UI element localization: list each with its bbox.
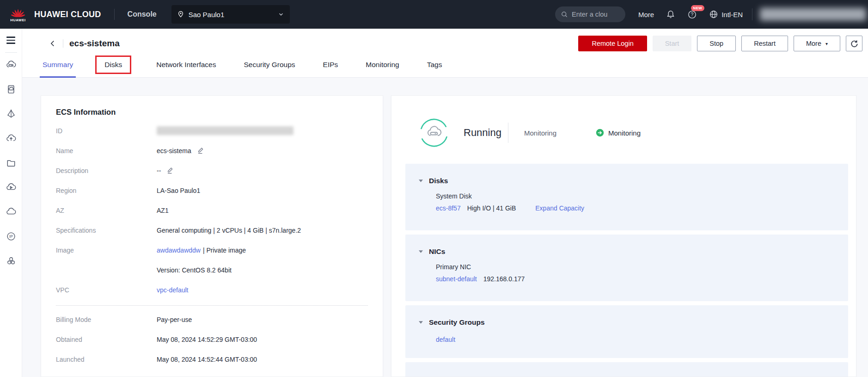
new-badge: NEW: [691, 5, 705, 11]
pencil-icon: [196, 147, 204, 155]
language-selector[interactable]: [709, 10, 718, 19]
tab-eips[interactable]: EIPs: [320, 52, 341, 77]
tab-summary[interactable]: Summary: [40, 52, 76, 77]
cloud-icon: [6, 207, 16, 217]
expand-capacity-link[interactable]: Expand Capacity: [535, 204, 584, 212]
info-row-image: Image awdawdawddw | Private image: [56, 240, 368, 260]
cloud-server-icon: [6, 60, 16, 70]
sidebar-item-cluster[interactable]: [0, 249, 22, 273]
page-title: ecs-sistema: [69, 38, 120, 49]
disks-section: Disks System Disk ecs-8f57 High I/O | 41…: [405, 164, 848, 230]
image-type: | Private image: [203, 247, 246, 254]
console-link[interactable]: Console: [128, 10, 157, 19]
info-row-obtained: Obtained May 08, 2024 14:52:29 GMT-03:00: [56, 329, 368, 349]
tab-security-groups[interactable]: Security Groups: [241, 52, 298, 77]
divider: [508, 123, 508, 143]
refresh-button[interactable]: [846, 36, 862, 51]
dotted-divider: [56, 305, 368, 306]
stop-button[interactable]: Stop: [697, 36, 736, 51]
folder-icon: [6, 158, 16, 168]
more-menu[interactable]: More: [638, 11, 654, 19]
system-disk-label: System Disk: [436, 192, 848, 200]
info-row-id: ID: [56, 121, 368, 141]
cluster-icon: [6, 256, 16, 266]
search-input[interactable]: [572, 11, 618, 18]
id-value-blurred: [157, 126, 293, 135]
bell-icon: [666, 10, 675, 19]
start-button[interactable]: Start: [653, 36, 692, 51]
eip-icon: IP: [6, 231, 16, 241]
sidebar-item-eip[interactable]: IP: [0, 224, 22, 249]
caret-down-icon: [419, 321, 423, 324]
more-actions-button[interactable]: More▾: [794, 36, 840, 51]
region-selector[interactable]: Sao Paulo1: [171, 5, 290, 24]
chevron-down-icon: ▾: [825, 41, 828, 46]
primary-nic-label: Primary NIC: [436, 263, 848, 271]
user-account-blurred[interactable]: [760, 8, 866, 21]
restart-button[interactable]: Restart: [741, 36, 788, 51]
disks-section-header[interactable]: Disks: [419, 164, 848, 185]
image-link[interactable]: awdawdawddw: [157, 247, 201, 254]
sidebar-item-images[interactable]: [0, 77, 22, 102]
tab-network-interfaces[interactable]: Network Interfaces: [153, 52, 219, 77]
huawei-flower-icon: [11, 6, 25, 18]
pencil-icon: [166, 167, 173, 174]
svg-text:?: ?: [691, 12, 694, 17]
back-chevron-icon: [49, 39, 57, 48]
info-row-region: Region LA-Sao Paulo1: [56, 180, 368, 200]
sidebar-item-vpc[interactable]: [0, 200, 22, 224]
help-button[interactable]: ? NEW: [687, 10, 697, 19]
edit-name-button[interactable]: [196, 147, 204, 155]
sidebar-item-ecs[interactable]: [0, 53, 22, 77]
language-label[interactable]: Intl-EN: [721, 11, 743, 19]
location-pin-icon: [177, 10, 184, 19]
nics-section-header[interactable]: NICs: [419, 235, 848, 256]
status-row: Running Monitoring Monitoring: [419, 118, 856, 148]
search-icon: [561, 11, 568, 18]
page-header: ecs-sistema Remote Login Start Stop Rest…: [22, 29, 868, 78]
name-value: ecs-sistema: [157, 147, 191, 155]
specifications-value: General computing | 2 vCPUs | 4 GiB | s7…: [157, 227, 301, 234]
cloud-upload-icon: [6, 133, 16, 143]
svg-text:IP: IP: [9, 235, 13, 239]
info-row-billing-mode: Billing Mode Pay-per-use: [56, 309, 368, 329]
main-area: ecs-sistema Remote Login Start Stop Rest…: [22, 29, 868, 377]
notifications-button[interactable]: [666, 10, 675, 19]
running-status-icon: [419, 118, 449, 148]
tab-disks[interactable]: Disks: [95, 56, 131, 74]
security-groups-section-header[interactable]: Security Groups: [419, 305, 848, 327]
monitoring-link[interactable]: Monitoring: [596, 129, 641, 137]
detail-tabs: Summary Disks Network Interfaces Securit…: [22, 52, 868, 77]
info-row-vpc: VPC vpc-default: [56, 280, 368, 300]
security-groups-section: Security Groups default: [405, 305, 848, 358]
info-row-launched: Launched May 08, 2024 14:52:44 GMT-03:00: [56, 349, 368, 369]
info-row-description: Description --: [56, 161, 368, 180]
info-row-az: AZ AZ1: [56, 200, 368, 220]
security-group-link[interactable]: default: [436, 336, 455, 343]
subnet-link[interactable]: subnet-default: [436, 275, 477, 283]
region-value: LA-Sao Paulo1: [157, 187, 200, 194]
private-ip: 192.168.0.177: [483, 275, 525, 283]
huawei-logo[interactable]: HUAWEI: [7, 6, 29, 22]
resources-card: Running Monitoring Monitoring Disk: [391, 95, 856, 377]
disk-name-link[interactable]: ecs-8f57: [436, 204, 461, 212]
sidebar-item-storage[interactable]: [0, 151, 22, 175]
global-search[interactable]: [555, 6, 625, 22]
globe-icon: [709, 10, 718, 19]
description-value: --: [157, 167, 161, 174]
tab-monitoring[interactable]: Monitoring: [363, 52, 402, 77]
vpc-link[interactable]: vpc-default: [157, 286, 188, 294]
remote-login-button[interactable]: Remote Login: [578, 36, 647, 51]
sidebar-item-cloud-upload[interactable]: [0, 126, 22, 151]
info-row-image-version: Version: CentOS 8.2 64bit: [56, 260, 368, 280]
logo-word: HUAWEI: [10, 18, 26, 22]
menu-icon[interactable]: [5, 35, 17, 46]
sidebar-item-cloud-play[interactable]: [0, 175, 22, 200]
tab-tags[interactable]: Tags: [424, 52, 445, 77]
chevron-down-icon: [278, 11, 284, 18]
sidebar-item-autoscaling[interactable]: [0, 102, 22, 126]
edit-description-button[interactable]: [166, 167, 173, 174]
back-button[interactable]: [49, 39, 57, 48]
ecs-information-title: ECS Information: [56, 108, 368, 117]
image-version-value: Version: CentOS 8.2 64bit: [157, 266, 232, 274]
